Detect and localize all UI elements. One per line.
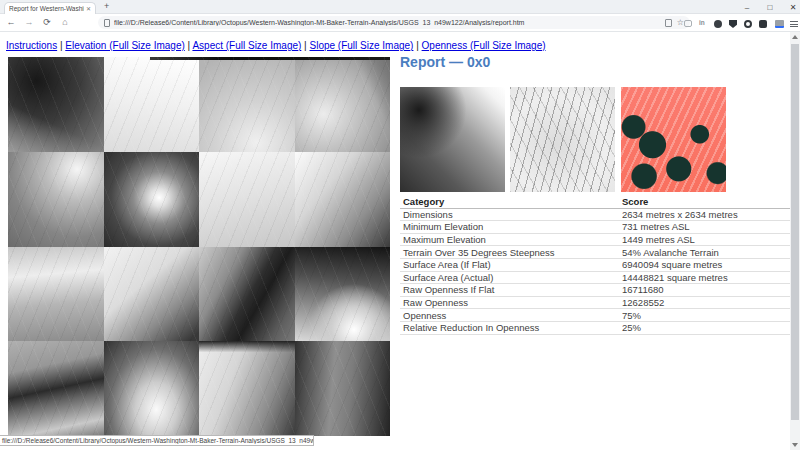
reload-icon[interactable]: ⟳ xyxy=(40,17,54,27)
category-cell: Openness xyxy=(400,310,622,321)
new-tab-button[interactable]: + xyxy=(104,1,109,11)
document-icon xyxy=(104,19,110,27)
forward-icon[interactable]: → xyxy=(22,17,36,27)
mosaic-tile xyxy=(8,247,104,342)
window-close-button[interactable]: ✕ xyxy=(786,3,800,12)
mosaic-tile xyxy=(8,57,104,152)
slope-link[interactable]: Slope (Full Size Image) xyxy=(310,40,414,51)
table-row: Dimensions2634 metres x 2634 metres xyxy=(400,209,790,222)
table-row: Minimum Elevation731 metres ASL xyxy=(400,221,790,234)
elevation-mosaic-image[interactable] xyxy=(8,57,390,436)
category-cell: Dimensions xyxy=(400,209,622,220)
openness-thumbnail[interactable] xyxy=(621,87,726,192)
mosaic-tile xyxy=(295,341,391,436)
category-cell: Relative Reduction In Openness xyxy=(400,322,622,333)
status-link-url: file:///D:/Release6/Content/Library/Octo… xyxy=(0,437,313,444)
profile-avatar[interactable] xyxy=(775,20,784,28)
ring-extension-icon[interactable] xyxy=(744,20,752,28)
tab-title: Report for Western-Washington-M xyxy=(9,5,84,12)
scrollbar-thumb[interactable] xyxy=(791,44,799,420)
scroll-down-icon[interactable] xyxy=(790,440,800,450)
url-bar[interactable]: file:///D:/Release6/Content/Library/Octo… xyxy=(98,16,690,29)
mosaic-tile xyxy=(8,152,104,247)
window-maximize-button[interactable]: □ xyxy=(763,3,777,12)
score-table: Category Score Dimensions2634 metres x 2… xyxy=(400,196,790,335)
page-content: Instructions | Elevation (Full Size Imag… xyxy=(0,32,800,450)
report-nav-links: Instructions | Elevation (Full Size Imag… xyxy=(6,40,546,51)
score-header: Score xyxy=(622,196,790,207)
share-icon[interactable] xyxy=(684,20,692,27)
score-cell: 12628552 xyxy=(622,297,790,308)
table-row: Raw Openness12628552 xyxy=(400,297,790,310)
score-cell: 54% Avalanche Terrain xyxy=(622,247,790,258)
tab-close-icon[interactable]: ✕ xyxy=(86,5,91,12)
score-cell: 6940094 square metres xyxy=(622,259,790,270)
mosaic-tile xyxy=(199,152,295,247)
score-cell: 2634 metres x 2634 metres xyxy=(622,209,790,220)
mosaic-tile xyxy=(199,247,295,342)
category-cell: Minimum Elevation xyxy=(400,221,622,232)
mosaic-tile xyxy=(104,152,200,247)
instructions-link[interactable]: Instructions xyxy=(6,40,57,51)
score-cell: 25% xyxy=(622,322,790,333)
elevation-thumbnail[interactable] xyxy=(400,87,505,192)
link-separator: | xyxy=(301,40,309,51)
score-cell: 75% xyxy=(622,310,790,321)
menu-icon[interactable] xyxy=(790,20,798,28)
vertical-scrollbar[interactable] xyxy=(790,32,800,450)
mosaic-tile xyxy=(199,57,295,152)
slope-thumbnail[interactable] xyxy=(510,87,615,192)
openness-link[interactable]: Openness (Full Size Image) xyxy=(422,40,546,51)
mosaic-tile xyxy=(104,247,200,342)
table-row: Surface Area (If Flat)6940094 square met… xyxy=(400,259,790,272)
category-cell: Raw Openness If Flat xyxy=(400,284,622,295)
category-header: Category xyxy=(400,196,622,207)
score-cell: 16711680 xyxy=(622,284,790,295)
mosaic-tile xyxy=(104,341,200,436)
score-cell: 1449 metres ASL xyxy=(622,234,790,245)
url-text[interactable]: file:///D:/Release6/Content/Library/Octo… xyxy=(114,19,661,26)
linkedin-icon[interactable]: in xyxy=(699,19,705,26)
category-cell: Surface Area (If Flat) xyxy=(400,259,622,270)
window-minimize-button[interactable]: – xyxy=(740,3,754,12)
scroll-up-icon[interactable] xyxy=(790,32,800,42)
table-row: Terrain Over 35 Degrees Steepness54% Ava… xyxy=(400,246,790,259)
link-separator: | xyxy=(413,40,421,51)
mosaic-tile xyxy=(8,341,104,436)
home-icon[interactable]: ⌂ xyxy=(58,17,72,27)
score-cell: 731 metres ASL xyxy=(622,221,790,232)
page-title: Report — 0x0 xyxy=(400,54,490,70)
extension-icon[interactable] xyxy=(714,20,722,28)
aspect-link[interactable]: Aspect (Full Size Image) xyxy=(192,40,301,51)
table-row: Raw Openness If Flat16711680 xyxy=(400,284,790,297)
elevation-link[interactable]: Elevation (Full Size Image) xyxy=(65,40,185,51)
shield-extension-icon[interactable] xyxy=(729,20,737,28)
category-cell: Surface Area (Actual) xyxy=(400,272,622,283)
mosaic-tile xyxy=(295,247,391,342)
favorite-star-icon[interactable]: ☆ xyxy=(677,19,684,27)
mosaic-tile xyxy=(199,341,295,436)
table-header-row: Category Score xyxy=(400,196,790,209)
mosaic-tile xyxy=(295,152,391,247)
browser-tab[interactable]: Report for Western-Washington-M ✕ xyxy=(4,2,96,14)
mosaic-tile xyxy=(295,57,391,152)
back-icon[interactable]: ← xyxy=(4,17,18,27)
browser-toolbar: ← → ⟳ ⌂ file:///D:/Release6/Content/Libr… xyxy=(0,14,800,32)
category-cell: Maximum Elevation xyxy=(400,234,622,245)
table-row: Openness75% xyxy=(400,309,790,322)
table-row: Surface Area (Actual)14448821 square met… xyxy=(400,272,790,285)
category-cell: Raw Openness xyxy=(400,297,622,308)
reader-view-icon[interactable] xyxy=(665,19,672,27)
category-cell: Terrain Over 35 Degrees Steepness xyxy=(400,247,622,258)
mosaic-top-sliver xyxy=(150,57,390,60)
mosaic-tile xyxy=(104,57,200,152)
status-bar: file:///D:/Release6/Content/Library/Octo… xyxy=(0,435,314,446)
square-extension-icon[interactable] xyxy=(759,20,767,28)
table-row: Relative Reduction In Openness25% xyxy=(400,322,790,335)
score-cell: 14448821 square metres xyxy=(622,272,790,283)
table-row: Maximum Elevation1449 metres ASL xyxy=(400,234,790,247)
tab-bar: Report for Western-Washington-M ✕ + – □ … xyxy=(0,0,800,14)
